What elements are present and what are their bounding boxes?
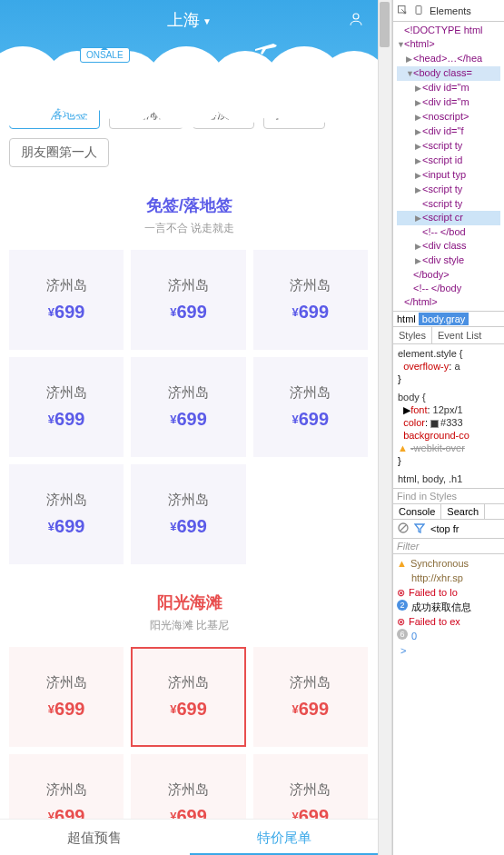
dom-tree-row[interactable]: ▶<script ty [397, 139, 500, 154]
card-name: 济州岛 [168, 492, 209, 509]
section-subtitle: 阳光海滩 比基尼 [9, 618, 370, 633]
city-selector[interactable]: 上海▼ [0, 0, 379, 31]
profile-icon[interactable] [348, 11, 364, 27]
device-icon[interactable] [413, 5, 424, 17]
destination-card[interactable]: 济州岛¥699 [131, 647, 245, 747]
devtools-panel: Elements <!DOCTYPE html▼<html>▶<head>…</… [392, 0, 504, 855]
card-price: ¥699 [48, 516, 85, 537]
inspect-icon[interactable] [397, 5, 408, 17]
chevron-down-icon: ▼ [203, 16, 212, 26]
destination-card[interactable]: 济州岛¥699 [9, 647, 124, 747]
message-text: Synchronous [410, 556, 469, 571]
event-listeners-tab[interactable]: Event List [432, 327, 487, 343]
dom-tree[interactable]: <!DOCTYPE html▼<html>▶<head>…</hea▼<body… [393, 22, 504, 311]
dom-tree-row[interactable]: ▶<noscript> [397, 110, 500, 124]
price-value: 699 [299, 699, 329, 719]
dom-tree-row[interactable]: ▶<div id="f [397, 124, 500, 139]
section: 免签/落地签一言不合 说走就走济州岛¥699济州岛¥699济州岛¥699济州岛¥… [0, 176, 379, 573]
dom-tree-row[interactable]: ▼<body class= [397, 66, 500, 81]
find-in-styles[interactable]: Find in Styles [393, 488, 504, 503]
destination-card[interactable]: 济州岛¥699 [9, 464, 124, 564]
styles-tab[interactable]: Styles [393, 327, 432, 343]
dom-tree-row[interactable]: ▶<div id="m [397, 95, 500, 110]
console-filter[interactable]: Filter [393, 539, 504, 554]
search-tab[interactable]: Search [441, 504, 485, 519]
card-price: ¥699 [292, 699, 330, 720]
css-prop: background-co [403, 430, 469, 441]
elements-tab[interactable]: Elements [430, 5, 471, 16]
price-value: 699 [299, 302, 329, 322]
styles-body[interactable]: element.style { overflow-y: a } body { ▶… [393, 344, 504, 488]
clear-console-icon[interactable] [398, 522, 409, 535]
section-title: 阳光海滩 [9, 592, 370, 613]
console-message[interactable]: ▲Synchronous [397, 556, 500, 571]
card-name: 济州岛 [290, 781, 331, 799]
styles-pane: Styles Event List element.style { overfl… [393, 326, 504, 488]
breadcrumb[interactable]: html body.gray [393, 311, 504, 326]
bottom-nav-item[interactable]: 特价尾单 [190, 820, 380, 855]
crumb-body[interactable]: body.gray [419, 313, 469, 325]
price-value: 699 [176, 516, 206, 536]
price-value: 699 [54, 302, 84, 322]
dom-tree-row[interactable]: ▶<script id [397, 154, 500, 168]
error-icon: ⊗ [397, 614, 405, 629]
console-prompt[interactable]: > [397, 643, 500, 658]
city-name: 上海 [167, 11, 200, 29]
message-text: 0 [411, 629, 417, 643]
svg-point-0 [353, 14, 359, 19]
card-name: 济州岛 [290, 277, 331, 294]
currency-symbol: ¥ [48, 520, 54, 533]
destination-card[interactable]: 济州岛¥699 [131, 357, 245, 457]
css-prop: overflow-y [403, 361, 449, 372]
card-name: 济州岛 [46, 674, 87, 691]
console-message[interactable]: ⊗Failed to ex [397, 614, 500, 629]
expand-icon[interactable]: ▶ [403, 404, 410, 415]
dom-tree-row[interactable]: </html> [397, 295, 500, 309]
dom-tree-row[interactable]: ▶<head>…</hea [397, 52, 500, 66]
bottom-nav: 超值预售特价尾单 [0, 819, 379, 855]
card-name: 济州岛 [290, 384, 331, 402]
dom-tree-row[interactable]: <!-- </bod [397, 225, 500, 239]
scrollbar-vertical[interactable] [378, 0, 391, 855]
dom-tree-row[interactable]: ▶<script cr [397, 211, 500, 225]
destination-card[interactable]: 济州岛¥699 [9, 357, 124, 457]
error-icon: ⊗ [397, 585, 405, 600]
console-tab[interactable]: Console [393, 504, 441, 519]
price-value: 699 [54, 699, 84, 719]
dom-tree-row[interactable]: <!DOCTYPE html [397, 24, 500, 37]
currency-symbol: ¥ [48, 305, 54, 319]
dom-tree-row[interactable]: ▶<script ty [397, 183, 500, 197]
css-val: #333 [440, 417, 462, 428]
dom-tree-row[interactable]: ▶<div class [397, 239, 500, 254]
destination-card[interactable]: 济州岛¥699 [253, 250, 368, 350]
cloud-decoration [0, 42, 379, 74]
console-messages[interactable]: ▲Synchronous http://xhr.sp⊗Failed to lo2… [393, 554, 504, 660]
top-frame-select[interactable]: <top fr [430, 523, 460, 534]
console-message[interactable]: 2成功获取信息 [397, 600, 500, 614]
css-prop: font [410, 404, 427, 415]
filter-icon[interactable] [414, 522, 425, 535]
dom-tree-row[interactable]: ▶<div style [397, 254, 500, 268]
destination-card[interactable]: 济州岛¥699 [9, 250, 124, 350]
destination-card[interactable]: 济州岛¥699 [131, 250, 245, 350]
dom-tree-row[interactable]: </body> [397, 268, 500, 282]
dom-tree-row[interactable]: <!-- </body [397, 282, 500, 295]
dom-tree-row[interactable]: ▼<html> [397, 37, 500, 52]
card-name: 济州岛 [168, 674, 209, 691]
destination-card[interactable]: 济州岛¥699 [253, 647, 368, 747]
card-name: 济州岛 [46, 492, 87, 509]
scrollbar-thumb[interactable] [380, 2, 390, 47]
crumb-html[interactable]: html [397, 313, 416, 324]
dom-tree-row[interactable]: ▶<div id="m [397, 81, 500, 95]
category-tab[interactable]: 朋友圈第一人 [9, 138, 109, 167]
console-message[interactable]: 60 [397, 629, 500, 643]
dom-tree-row[interactable]: <script ty [397, 197, 500, 211]
console-message[interactable]: http://xhr.sp [397, 571, 500, 585]
dom-tree-row[interactable]: ▶<input typ [397, 168, 500, 183]
bottom-nav-item[interactable]: 超值预售 [0, 820, 190, 855]
console-message[interactable]: ⊗Failed to lo [397, 585, 500, 600]
destination-card[interactable]: 济州岛¥699 [253, 357, 368, 457]
destination-card[interactable]: 济州岛¥699 [131, 464, 245, 564]
section-subtitle: 一言不合 说走就走 [9, 221, 370, 236]
color-swatch[interactable] [430, 420, 439, 428]
